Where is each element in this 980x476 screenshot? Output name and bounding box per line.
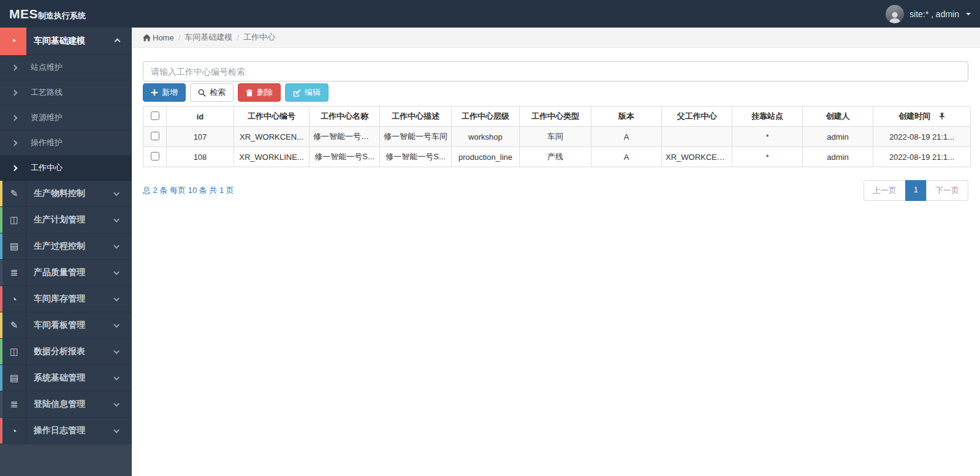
column-header-level[interactable]: 工作中心层级 — [452, 107, 520, 127]
sidebar-item-label: 操作维护 — [31, 137, 63, 148]
group-label: 产品质量管理 — [34, 267, 115, 278]
cell-version: A — [591, 127, 662, 147]
column-header-creator[interactable]: 创建人 — [803, 107, 873, 127]
sidebar-menu: ◔ 车间基础建模 站点维护 工艺路线 资源维护 操作维护 工作中心 ✎ — [0, 28, 132, 444]
sidebar-group-system-base[interactable]: ▤ 系统基础管理 — [0, 365, 132, 391]
select-all-checkbox[interactable] — [151, 111, 159, 120]
cell-id: 108 — [167, 147, 234, 167]
sidebar-item-process-route[interactable]: 工艺路线 — [0, 80, 132, 105]
pagination-row: 总 2 条 每页 10 条 共 1 页 上一页 1 下一页 — [143, 180, 968, 201]
cell-code: XR_WORKLINE... — [234, 147, 310, 167]
sidebar-item-resource-maintenance[interactable]: 资源维护 — [0, 105, 132, 130]
cell-parent — [662, 127, 732, 147]
user-label: site:* , admin — [910, 9, 959, 19]
row-checkbox-cell — [143, 147, 167, 167]
sidebar-item-station-maintenance[interactable]: 站点维护 — [0, 55, 132, 80]
edit-icon — [293, 89, 301, 97]
top-navbar: MES 制造执行系统 site:* , admin — [0, 0, 980, 28]
row-checkbox-cell — [143, 127, 167, 147]
sidebar-group-workshop-modeling[interactable]: ◔ 车间基础建模 — [0, 28, 132, 55]
column-header-parent[interactable]: 父工作中心 — [662, 107, 732, 127]
column-header-id[interactable]: id — [167, 107, 234, 127]
group-stripe — [0, 286, 2, 312]
content: 新增 检索 删除 — [132, 48, 980, 201]
chevron-up-icon — [115, 38, 121, 44]
breadcrumb-level1[interactable]: 车间基础建模 — [184, 32, 232, 43]
pagination: 上一页 1 下一页 — [864, 180, 968, 201]
list-icon: ≣ — [2, 260, 26, 285]
sidebar-item-label: 工作中心 — [31, 162, 63, 173]
group-stripe — [0, 260, 2, 285]
column-header-created[interactable]: 创建时间 — [873, 107, 971, 127]
search-icon — [198, 89, 206, 97]
row-checkbox[interactable] — [151, 152, 159, 161]
sidebar-group-production-plan[interactable]: ◫ 生产计划管理 — [0, 207, 132, 233]
group-stripe — [0, 181, 2, 206]
chevron-right-icon — [12, 115, 18, 121]
cell-type: 产线 — [520, 147, 591, 167]
next-page-button[interactable]: 下一页 — [926, 180, 968, 201]
sidebar-group-production-material[interactable]: ✎ 生产物料控制 — [0, 181, 132, 207]
breadcrumb-home[interactable]: Home — [143, 33, 174, 42]
sidebar-group-data-analysis[interactable]: ◫ 数据分析报表 — [0, 339, 132, 365]
prev-page-button[interactable]: 上一页 — [864, 180, 906, 201]
edit-button[interactable]: 编辑 — [285, 83, 329, 102]
pencil-icon: ✎ — [2, 312, 26, 338]
pin-icon[interactable] — [939, 113, 945, 120]
group-stripe — [0, 233, 2, 259]
pagination-summary: 总 2 条 每页 10 条 共 1 页 — [143, 185, 234, 196]
column-header-version[interactable]: 版本 — [591, 107, 662, 127]
cell-created: 2022-08-19 21:1... — [873, 127, 971, 147]
group-label: 车间库存管理 — [34, 293, 115, 304]
group-stripe — [0, 339, 2, 365]
column-header-type[interactable]: 工作中心类型 — [520, 107, 591, 127]
sidebar-group-workshop-kanban[interactable]: ✎ 车间看板管理 — [0, 312, 132, 339]
app-logo[interactable]: MES 制造执行系统 — [9, 7, 86, 21]
delete-button[interactable]: 删除 — [238, 83, 281, 102]
search-button[interactable]: 检索 — [190, 83, 234, 102]
book-icon: ▤ — [2, 365, 26, 391]
table-row[interactable]: 107 XR_WORKCEN... 修一智能一号车间 修一智能一号车间 work… — [143, 127, 971, 147]
cell-level: workshop — [452, 127, 520, 147]
breadcrumb-level2: 工作中心 — [243, 32, 275, 43]
sidebar-group-operation-log[interactable]: ◔ 操作日志管理 — [0, 418, 132, 444]
column-header-name[interactable]: 工作中心名称 — [310, 107, 380, 127]
group-label: 车间基础建模 — [34, 36, 115, 47]
column-header-code[interactable]: 工作中心编号 — [234, 107, 310, 127]
sidebar-group-workshop-inventory[interactable]: ◔ 车间库存管理 — [0, 286, 132, 312]
group-stripe — [0, 391, 2, 417]
group-stripe — [0, 312, 2, 338]
sidebar-group-production-process[interactable]: ▤ 生产过程控制 — [0, 233, 132, 260]
sidebar-group-login-info[interactable]: ≣ 登陆信息管理 — [0, 391, 132, 418]
cell-created: 2022-08-19 21:1... — [873, 147, 971, 167]
group-label: 登陆信息管理 — [34, 399, 115, 410]
sidebar-item-work-center[interactable]: 工作中心 — [0, 156, 132, 181]
chevron-right-icon — [12, 140, 18, 146]
sidebar-item-operation-maintenance[interactable]: 操作维护 — [0, 130, 132, 156]
work-center-table: id 工作中心编号 工作中心名称 工作中心描述 工作中心层级 工作中心类型 版本… — [143, 106, 971, 167]
breadcrumb: Home / 车间基础建模 / 工作中心 — [132, 28, 980, 48]
search-input[interactable] — [143, 61, 968, 81]
user-menu[interactable]: site:* , admin — [886, 5, 971, 23]
columns-icon: ◫ — [2, 207, 26, 233]
cell-type: 车间 — [520, 127, 591, 147]
column-header-desc[interactable]: 工作中心描述 — [380, 107, 452, 127]
page-1-button[interactable]: 1 — [905, 180, 927, 201]
column-header-station[interactable]: 挂靠站点 — [732, 107, 803, 127]
header-checkbox-cell — [143, 107, 167, 127]
row-checkbox[interactable] — [151, 132, 159, 140]
dashboard-icon: ◔ — [0, 28, 26, 55]
add-button[interactable]: 新增 — [143, 83, 186, 102]
sidebar-group-product-quality[interactable]: ≣ 产品质量管理 — [0, 260, 132, 286]
columns-icon: ◫ — [2, 339, 26, 365]
logo-text-main: MES — [9, 7, 38, 21]
list-icon: ≣ — [2, 391, 26, 417]
cell-version: A — [591, 147, 662, 167]
chevron-right-icon — [12, 64, 18, 70]
cell-code: XR_WORKCEN... — [234, 127, 310, 147]
table-header-row: id 工作中心编号 工作中心名称 工作中心描述 工作中心层级 工作中心类型 版本… — [143, 107, 971, 127]
table-row[interactable]: 108 XR_WORKLINE... 修一智能一号S... 修一智能一号S...… — [143, 147, 971, 167]
plus-icon — [151, 89, 158, 96]
cell-name: 修一智能一号车间 — [310, 127, 380, 147]
group-label: 生产过程控制 — [34, 241, 115, 252]
